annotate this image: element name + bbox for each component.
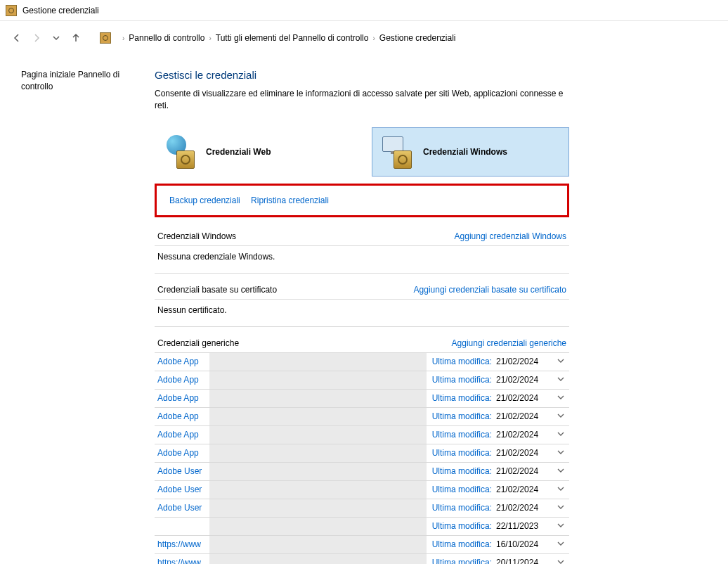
category-windows-label: Credenziali Windows (423, 147, 507, 157)
credential-obscured (209, 353, 427, 371)
back-button[interactable] (7, 28, 27, 48)
modified-date: 21/02/2024 (496, 430, 552, 440)
restore-link[interactable]: Ripristina credenziali (251, 196, 329, 205)
credential-row[interactable]: Adobe AppUltima modifica:21/02/2024 (155, 426, 569, 444)
globe-vault-icon (164, 135, 197, 169)
credential-obscured (209, 499, 427, 517)
credential-obscured (209, 518, 427, 535)
credential-row[interactable]: https://wwwUltima modifica:20/11/2024 (155, 554, 569, 564)
credential-obscured (209, 536, 427, 553)
credential-name[interactable]: https://www (155, 539, 209, 549)
credential-obscured (209, 426, 427, 444)
category-web-label: Credenziali Web (206, 147, 271, 157)
modified-label: Ultima modifica: (432, 448, 492, 458)
section-generic: Credenziali generiche Aggiungi credenzia… (155, 334, 569, 564)
credential-row[interactable]: Adobe UserUltima modifica:21/02/2024 (155, 463, 569, 481)
credential-name[interactable]: https://www (155, 558, 209, 564)
chevron-down-icon[interactable] (552, 411, 569, 422)
credential-row[interactable]: Adobe AppUltima modifica:21/02/2024 (155, 371, 569, 390)
modified-label: Ultima modifica: (432, 558, 492, 564)
page-title: Gestisci le credenziali (155, 69, 569, 81)
credential-obscured (209, 371, 427, 389)
chevron-down-icon[interactable] (552, 558, 569, 564)
credential-row[interactable]: Adobe UserUltima modifica:21/02/2024 (155, 481, 569, 499)
up-button[interactable] (66, 28, 86, 48)
credential-obscured (209, 463, 427, 480)
category-row: Credenziali Web Credenziali Windows (155, 127, 569, 177)
sidebar: Pagina iniziale Pannello di controllo (21, 69, 155, 564)
section-windows-title: Credenziali Windows (157, 231, 236, 241)
modified-date: 21/02/2024 (496, 485, 552, 494)
chevron-right-icon[interactable]: › (209, 34, 211, 42)
breadcrumb-item[interactable]: Tutti gli elementi del Pannello di contr… (216, 33, 369, 43)
credential-name[interactable]: Adobe App (155, 393, 209, 403)
backup-link[interactable]: Backup credenziali (169, 196, 240, 205)
chevron-down-icon[interactable] (552, 375, 569, 385)
chevron-down-icon[interactable] (552, 466, 569, 477)
modified-date: 21/02/2024 (496, 466, 552, 476)
credential-name[interactable]: Adobe App (155, 430, 209, 440)
modified-date: 21/02/2024 (496, 503, 552, 513)
credential-name[interactable]: Adobe User (155, 485, 209, 494)
window-title: Gestione credenziali (22, 6, 99, 15)
section-cert-empty: Nessun certificato. (155, 300, 569, 327)
add-cert-credential[interactable]: Aggiungi credenziali basate su certifica… (414, 285, 566, 295)
credential-obscured (209, 481, 427, 499)
chevron-down-icon[interactable] (552, 503, 569, 513)
add-generic-credential[interactable]: Aggiungi credenziali generiche (452, 338, 566, 348)
modified-label: Ultima modifica: (432, 430, 492, 440)
modified-label: Ultima modifica: (432, 539, 492, 549)
category-web[interactable]: Credenziali Web (155, 127, 352, 177)
chevron-right-icon[interactable]: › (122, 34, 124, 42)
address-bar: › Pannello di controllo › Tutti gli elem… (0, 21, 728, 55)
credential-row[interactable]: Ultima modifica:22/11/2023 (155, 518, 569, 536)
modified-label: Ultima modifica: (432, 357, 492, 366)
chevron-down-icon[interactable] (552, 539, 569, 550)
section-cert-title: Credenziali basate su certificato (157, 285, 277, 295)
credential-row[interactable]: Adobe UserUltima modifica:21/02/2024 (155, 499, 569, 518)
modified-label: Ultima modifica: (432, 503, 492, 513)
credential-row[interactable]: https://wwwUltima modifica:16/10/2024 (155, 536, 569, 554)
credential-obscured (209, 408, 427, 425)
chevron-down-icon[interactable] (552, 448, 569, 459)
add-windows-credential[interactable]: Aggiungi credenziali Windows (455, 231, 566, 241)
credential-row[interactable]: Adobe AppUltima modifica:21/02/2024 (155, 444, 569, 463)
credential-name[interactable]: Adobe App (155, 375, 209, 385)
breadcrumb: › Pannello di controllo › Tutti gli elem… (100, 32, 456, 44)
chevron-down-icon[interactable] (552, 393, 569, 404)
credential-name[interactable]: Adobe User (155, 503, 209, 513)
section-windows: Credenziali Windows Aggiungi credenziali… (155, 227, 569, 274)
modified-date: 16/10/2024 (496, 539, 552, 549)
category-windows[interactable]: Credenziali Windows (372, 127, 569, 177)
credential-name[interactable]: Adobe User (155, 466, 209, 476)
modified-date: 20/11/2024 (496, 558, 552, 564)
credential-name[interactable]: Adobe App (155, 448, 209, 458)
chevron-down-icon[interactable] (552, 521, 569, 532)
forward-button[interactable] (27, 28, 46, 48)
chevron-down-icon[interactable] (552, 485, 569, 495)
modified-label: Ultima modifica: (432, 393, 492, 403)
sidebar-home-link[interactable]: Pagina iniziale Pannello di controllo (21, 69, 148, 93)
chevron-down-icon[interactable] (552, 430, 569, 440)
section-cert: Credenziali basate su certificato Aggiun… (155, 281, 569, 327)
modified-label: Ultima modifica: (432, 411, 492, 421)
credential-name[interactable]: Adobe App (155, 411, 209, 421)
modified-date: 22/11/2023 (496, 521, 552, 531)
app-icon (6, 5, 17, 16)
breadcrumb-item[interactable]: Pannello di controllo (129, 33, 204, 43)
chevron-down-icon[interactable] (552, 357, 569, 367)
page-description: Consente di visualizzare ed eliminare le… (155, 88, 569, 112)
modified-date: 21/02/2024 (496, 448, 552, 458)
credential-row[interactable]: Adobe AppUltima modifica:21/02/2024 (155, 353, 569, 371)
breadcrumb-item[interactable]: Gestione credenziali (379, 33, 456, 43)
modified-date: 21/02/2024 (496, 393, 552, 403)
credential-obscured (209, 390, 427, 407)
chevron-right-icon[interactable]: › (372, 34, 375, 42)
credential-row[interactable]: Adobe AppUltima modifica:21/02/2024 (155, 390, 569, 408)
recent-dropdown[interactable] (46, 28, 66, 48)
credential-row[interactable]: Adobe AppUltima modifica:21/02/2024 (155, 408, 569, 426)
control-panel-icon (100, 32, 111, 44)
credential-name[interactable]: Adobe App (155, 357, 209, 366)
credential-obscured (209, 554, 427, 564)
credential-obscured (209, 444, 427, 462)
